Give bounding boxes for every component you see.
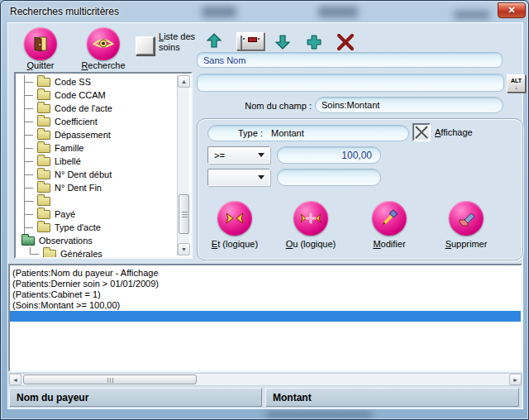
folder-icon <box>37 117 50 126</box>
et-logique-button[interactable] <box>217 201 252 236</box>
tree-item[interactable]: Type d'acte <box>16 221 177 234</box>
criteria-listbox[interactable]: (Patients:Nom du payeur - Affichage(Pati… <box>8 264 522 372</box>
tree-item[interactable]: N° Dent début <box>16 168 177 181</box>
scroll-right-arrow-icon[interactable]: ► <box>509 374 522 385</box>
horizontal-scrollbar-thumb[interactable] <box>23 375 197 384</box>
modifier-label: Modifier <box>351 239 427 249</box>
arrow-up-icon <box>206 37 222 51</box>
quitter-label: Quitter <box>12 60 69 70</box>
search-name-field[interactable]: Sans Nom <box>197 52 503 68</box>
affichage-label: Affichage <box>435 127 473 137</box>
tree-connector <box>21 155 34 168</box>
tree-connector <box>21 115 34 128</box>
close-button[interactable]: ✕ <box>498 2 526 18</box>
eye-search-icon <box>93 35 114 53</box>
tree-item[interactable]: Payé <box>16 208 177 221</box>
scroll-down-arrow-icon[interactable]: ▼ <box>178 243 190 255</box>
footer-column-montant[interactable]: Montant <box>265 388 519 407</box>
tree-connector <box>21 128 34 141</box>
value1-field[interactable]: 100,00 <box>277 146 381 164</box>
folder-icon <box>37 210 50 219</box>
tree-item-label: Famille <box>55 143 83 153</box>
supprimer-button[interactable] <box>449 201 484 236</box>
tree-item-label: N° Dent début <box>55 169 112 179</box>
folder-icon <box>37 170 50 179</box>
tree-item-label: Observations <box>39 236 93 246</box>
folder-icon <box>43 250 56 257</box>
result-item[interactable]: (Soins:Montant >= 100,00) <box>12 300 521 311</box>
tree-item[interactable]: Code de l'acte <box>16 102 177 115</box>
tree-item[interactable] <box>16 194 177 208</box>
result-item[interactable]: (Patients:Nom du payeur - Affichage <box>12 268 521 279</box>
horizontal-scrollbar[interactable]: ◄ ► <box>8 373 522 386</box>
operator1-combo[interactable]: >= <box>207 146 270 164</box>
tree-connector <box>21 208 34 221</box>
tree-items: Code SSCode CCAMCode de l'acteCoefficien… <box>16 75 177 257</box>
move-down-button[interactable] <box>274 34 291 54</box>
recherche-label: Recherche <box>74 60 132 70</box>
add-button[interactable] <box>306 34 322 54</box>
tree-item-label: Payé <box>55 209 75 219</box>
et-logique-label: Et (logique) <box>197 239 273 249</box>
tree-item[interactable]: Code CCAM <box>16 88 177 102</box>
formula-field[interactable] <box>197 74 504 92</box>
value2-field[interactable] <box>277 169 381 186</box>
folder-icon <box>37 131 50 140</box>
tree-connector <box>21 194 34 208</box>
modifier-button[interactable] <box>372 201 407 236</box>
tree-item[interactable]: Code SS <box>16 75 177 88</box>
background-blur-blob <box>454 11 490 19</box>
eraser-icon <box>456 208 476 228</box>
liste-des-soins-label: Liste des soins <box>159 31 210 53</box>
tree-item-label: Code SS <box>55 77 91 87</box>
folder-icon <box>37 104 50 113</box>
liste-des-soins-checkbox[interactable] <box>136 36 155 55</box>
supprimer-label: Supprimer <box>428 239 504 249</box>
tree-item-label: Coefficient <box>55 117 98 126</box>
result-item[interactable]: (Patients:Dernier soin > 01/01/2009) <box>12 279 521 289</box>
folder-icon <box>37 144 50 153</box>
fields-tree: Code SSCode CCAMCode de l'acteCoefficien… <box>14 72 193 259</box>
tree-connector <box>21 75 34 88</box>
nom-du-champ-field[interactable]: Soins:Montant <box>315 97 503 113</box>
selected-row[interactable] <box>10 311 521 322</box>
recherche-button[interactable] <box>87 27 120 60</box>
scroll-up-arrow-icon[interactable]: ▲ <box>178 75 190 88</box>
alt-button[interactable]: ALT ↓ <box>507 74 526 93</box>
type-value: Montant <box>271 128 304 138</box>
tree-item[interactable]: Observations <box>16 234 177 247</box>
tree-connector <box>27 247 40 257</box>
tree-item[interactable]: Famille <box>16 141 177 155</box>
arrows-inward-icon <box>225 210 245 227</box>
affichage-checkbox[interactable] <box>412 123 431 141</box>
background-blur-blob <box>265 412 373 418</box>
tree-item[interactable]: N° Dent Fin <box>16 181 177 194</box>
cassette-save-button[interactable] <box>236 32 264 50</box>
tree-connector <box>21 141 34 155</box>
footer-column-nom-du-payeur[interactable]: Nom du payeur <box>9 388 262 407</box>
tree-scrollbar-thumb[interactable] <box>179 194 189 234</box>
tree-scrollbar[interactable]: ▲ ▼ <box>177 75 189 255</box>
quitter-button[interactable] <box>24 27 57 60</box>
tree-item[interactable]: Libellé <box>16 155 177 168</box>
chevron-down-icon <box>258 175 264 179</box>
type-label: Type : <box>238 128 263 138</box>
tree-item[interactable]: Dépassement <box>16 128 177 141</box>
tree-item[interactable]: Coefficient <box>16 115 177 128</box>
move-up-button[interactable] <box>206 32 222 52</box>
tree-connector <box>21 181 34 194</box>
background-blur-blob <box>318 7 358 17</box>
folder-icon <box>37 157 50 166</box>
cassette-icon <box>241 36 242 51</box>
tree-item[interactable]: Générales <box>16 247 177 257</box>
tree-item-label: Dépassement <box>55 130 111 140</box>
tree-connector <box>21 221 34 234</box>
scroll-left-arrow-icon[interactable]: ◄ <box>9 374 21 385</box>
alt-down-arrow-icon: ↓ <box>515 84 518 90</box>
ou-logique-button[interactable] <box>293 201 328 236</box>
operator2-combo[interactable] <box>207 169 270 186</box>
chevron-down-icon <box>258 153 264 157</box>
folder-icon <box>37 223 50 232</box>
result-item[interactable]: (Patients:Cabinet = 1) <box>12 289 521 300</box>
titlebar[interactable]: Recherches multicritères ✕ <box>1 1 529 22</box>
